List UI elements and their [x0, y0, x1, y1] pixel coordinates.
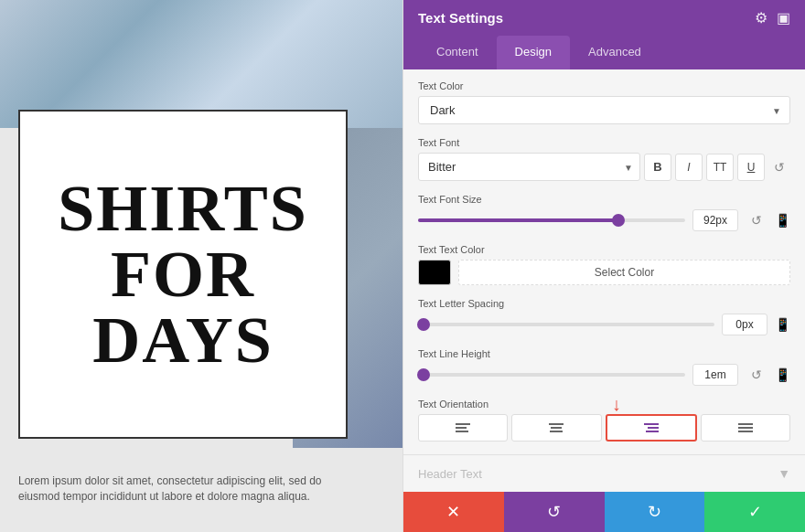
line-height-slider-thumb[interactable] [417, 368, 430, 381]
tab-content[interactable]: Content [418, 36, 497, 69]
panel-content: Text Color Dark Light Custom Text Font B… [403, 69, 805, 454]
line-height-mobile-icon[interactable]: 📱 [775, 367, 790, 382]
color-row: Select Color [418, 260, 790, 285]
text-letter-spacing-group: Text Letter Spacing 0px 📱 [418, 298, 790, 335]
orientation-row: ↓ [418, 414, 790, 442]
uppercase-button[interactable]: TT [706, 154, 734, 181]
header-text-section[interactable]: Header Text ▼ [403, 454, 805, 492]
orient-center-button[interactable] [511, 414, 601, 442]
panel-header: Text Settings ⚙ ▣ [403, 0, 805, 36]
settings-icon[interactable]: ⚙ [755, 9, 767, 27]
text-font-size-label: Text Font Size [418, 194, 790, 205]
letter-spacing-slider-row: 0px 📱 [418, 314, 790, 335]
text-color-dropdown-wrapper: Dark Light Custom [418, 96, 790, 124]
color-swatch[interactable] [418, 260, 451, 285]
line-height-slider-row: 1em ↺ 📱 [418, 364, 790, 386]
grid-icon[interactable]: ▣ [777, 9, 790, 27]
orient-left-button[interactable] [418, 414, 508, 442]
underline-button[interactable]: U [737, 154, 765, 181]
text-color-group: Text Color Dark Light Custom [418, 80, 790, 124]
font-row: Bitter Arial Georgia B I TT U ↺ [418, 153, 790, 181]
reset-icon: ↺ [547, 502, 561, 522]
cancel-icon: ✕ [446, 502, 460, 522]
text-line-height-label: Text Line Height [418, 348, 790, 359]
preview-background-top [0, 0, 402, 128]
text-orientation-label: Text Orientation [418, 399, 790, 410]
text-orientation-group: Text Orientation ↓ [418, 399, 790, 442]
text-font-size-group: Text Font Size 92px ↺ 📱 [418, 194, 790, 231]
text-text-color-group: Text Text Color Select Color [418, 244, 790, 285]
preview-caption: Lorem ipsum dolor sit amet, consectetur … [18, 473, 329, 505]
orient-justify-button[interactable] [701, 414, 790, 442]
header-text-label: Header Text [418, 467, 482, 481]
letter-spacing-slider-thumb[interactable] [417, 318, 430, 331]
settings-panel: Text Settings ⚙ ▣ Content Design Advance… [402, 0, 805, 532]
font-select-wrapper: Bitter Arial Georgia [418, 153, 640, 181]
header-icons: ⚙ ▣ [755, 9, 790, 27]
text-text-color-label: Text Text Color [418, 244, 790, 255]
panel-tabs: Content Design Advanced [403, 36, 805, 69]
bold-button[interactable]: B [644, 154, 671, 181]
font-size-mobile-icon[interactable]: 📱 [775, 213, 790, 228]
font-size-value[interactable]: 92px [692, 209, 738, 231]
font-reset-button[interactable]: ↺ [768, 156, 790, 178]
orient-right-button[interactable] [606, 414, 697, 442]
bottom-toolbar: ✕ ↺ ↻ ✓ [403, 492, 805, 532]
font-size-slider-thumb[interactable] [612, 214, 625, 227]
text-font-label: Text Font [418, 137, 790, 148]
preview-area: 02 SHIRTS FOR DAYS Lorem ipsum dolor sit… [0, 0, 402, 532]
letter-spacing-value[interactable]: 0px [722, 314, 767, 335]
redo-icon: ↻ [648, 502, 661, 522]
reset-button[interactable]: ↺ [504, 492, 605, 532]
font-size-reset-button[interactable]: ↺ [746, 209, 767, 231]
tab-design[interactable]: Design [497, 36, 570, 69]
redo-button[interactable]: ↻ [605, 492, 705, 532]
save-icon: ✓ [748, 502, 762, 522]
font-size-slider-fill [418, 218, 618, 222]
text-color-label: Text Color [418, 80, 790, 91]
letter-spacing-mobile-icon[interactable]: 📱 [775, 317, 790, 332]
header-text-chevron[interactable]: ▼ [778, 466, 790, 481]
text-font-group: Text Font Bitter Arial Georgia B I TT U … [418, 137, 790, 181]
select-color-button[interactable]: Select Color [458, 260, 790, 285]
letter-spacing-slider-track[interactable] [418, 323, 714, 326]
tab-advanced[interactable]: Advanced [570, 36, 660, 69]
cancel-button[interactable]: ✕ [403, 492, 504, 532]
text-letter-spacing-label: Text Letter Spacing [418, 298, 790, 309]
text-color-select[interactable]: Dark Light Custom [418, 96, 790, 124]
preview-white-box: SHIRTS FOR DAYS [18, 110, 348, 439]
line-height-reset-button[interactable]: ↺ [746, 364, 767, 386]
text-line-height-group: Text Line Height 1em ↺ 📱 [418, 348, 790, 386]
line-height-value[interactable]: 1em [692, 364, 738, 386]
italic-button[interactable]: I [675, 154, 703, 181]
preview-main-text: SHIRTS FOR DAYS [58, 176, 308, 373]
panel-title: Text Settings [418, 10, 503, 26]
line-height-slider-track[interactable] [418, 373, 685, 377]
font-size-slider-track[interactable] [418, 218, 685, 222]
font-select[interactable]: Bitter Arial Georgia [418, 153, 640, 181]
save-button[interactable]: ✓ [704, 492, 805, 532]
font-size-slider-row: 92px ↺ 📱 [418, 209, 790, 231]
